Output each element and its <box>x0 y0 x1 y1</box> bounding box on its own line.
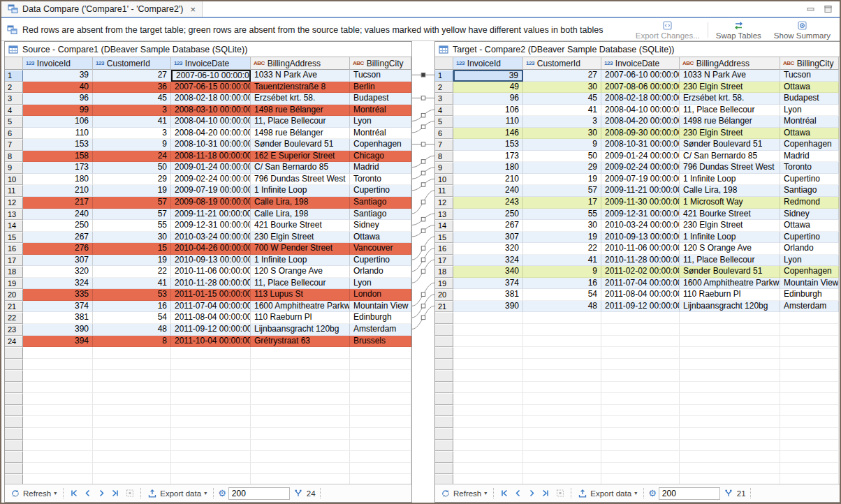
empty-cell[interactable] <box>601 393 680 405</box>
cell[interactable]: 2011-08-04 00:00:00 <box>601 289 680 301</box>
cell[interactable]: 276 <box>23 243 93 255</box>
row-header[interactable]: 3 <box>435 93 453 105</box>
previous-row-button[interactable] <box>512 488 524 498</box>
cell[interactable]: 50 <box>93 162 171 174</box>
cell[interactable]: 2010-11-28 00:00:00 <box>171 278 251 290</box>
cell[interactable]: Vancouver <box>350 243 411 255</box>
cell[interactable]: Sidney <box>350 220 411 232</box>
cell[interactable]: Lijnbaansgracht 120bg <box>251 324 350 336</box>
empty-cell[interactable] <box>523 312 601 324</box>
empty-cell[interactable] <box>453 463 523 475</box>
cell[interactable]: 340 <box>453 266 523 278</box>
cell[interactable]: 120 S Orange Ave <box>251 266 350 278</box>
cell[interactable]: 113 Lupus St <box>251 289 350 301</box>
cell[interactable]: Montréal <box>350 105 411 117</box>
empty-row-header[interactable] <box>5 405 23 417</box>
cell[interactable]: 1033 N Park Ave <box>251 70 350 82</box>
cell[interactable]: Madrid <box>780 151 839 163</box>
empty-cell[interactable] <box>601 336 680 348</box>
row-header-corner[interactable] <box>5 57 23 70</box>
cell[interactable]: 2007-06-10 00:00:00 <box>171 70 251 82</box>
row-header-corner[interactable] <box>435 57 453 70</box>
empty-cell[interactable] <box>93 474 171 484</box>
empty-row-header[interactable] <box>5 474 23 484</box>
export-data-button[interactable]: Export data ▾ <box>145 487 209 500</box>
cell[interactable]: 55 <box>523 209 601 221</box>
cell[interactable]: 2008-10-31 00:00:00 <box>171 139 251 151</box>
cell[interactable]: Calle Lira, 198 <box>680 185 780 197</box>
empty-cell[interactable] <box>523 347 601 359</box>
empty-cell[interactable] <box>453 428 523 440</box>
empty-cell[interactable] <box>601 463 680 475</box>
cell[interactable]: 53 <box>93 289 171 301</box>
row-header[interactable]: 19 <box>435 278 453 290</box>
empty-cell[interactable] <box>23 451 93 463</box>
cell[interactable]: 106 <box>453 105 523 117</box>
cell[interactable]: 243 <box>453 197 523 209</box>
cell[interactable]: 324 <box>453 255 523 267</box>
cell[interactable]: 2009-07-19 00:00:00 <box>171 185 251 197</box>
cell[interactable]: 27 <box>93 70 171 82</box>
row-header[interactable]: 7 <box>5 139 23 151</box>
empty-cell[interactable] <box>453 474 523 484</box>
cell[interactable]: 55 <box>93 220 171 232</box>
empty-cell[interactable] <box>523 324 601 336</box>
cell[interactable]: Cupertino <box>350 185 411 197</box>
cell[interactable]: 2009-07-19 00:00:00 <box>601 174 680 186</box>
cell[interactable]: Lyon <box>350 278 411 290</box>
cell[interactable]: 110 Raeburn Pl <box>680 289 780 301</box>
row-header[interactable]: 17 <box>435 255 453 267</box>
row-header[interactable]: 15 <box>5 232 23 244</box>
cell[interactable]: 320 <box>453 243 523 255</box>
empty-cell[interactable] <box>93 463 171 475</box>
cell[interactable]: 210 <box>453 174 523 186</box>
cell[interactable]: 41 <box>93 116 171 128</box>
cell[interactable]: Orlando <box>350 266 411 278</box>
empty-row-header[interactable] <box>435 312 453 324</box>
empty-cell[interactable] <box>780 463 839 475</box>
cell[interactable]: 2009-02-24 00:00:00 <box>171 174 251 186</box>
empty-cell[interactable] <box>350 393 411 405</box>
empty-cell[interactable] <box>453 405 523 417</box>
cell[interactable]: Amsterdam <box>350 324 411 336</box>
empty-cell[interactable] <box>453 393 523 405</box>
cell[interactable]: 158 <box>23 151 93 163</box>
cell[interactable]: 2008-02-18 00:00:00 <box>171 93 251 105</box>
tab-data-compare[interactable]: Data Compare ('Compare1' - 'Compare2') × <box>1 1 203 17</box>
empty-cell[interactable] <box>523 405 601 417</box>
empty-row-header[interactable] <box>5 347 23 359</box>
cell[interactable]: 2011-07-04 00:00:00 <box>601 278 680 290</box>
cell[interactable]: 39 <box>23 70 93 82</box>
cell[interactable]: 2008-10-31 00:00:00 <box>601 139 680 151</box>
empty-row-header[interactable] <box>435 370 453 382</box>
row-header[interactable]: 14 <box>5 220 23 232</box>
empty-cell[interactable] <box>780 405 839 417</box>
empty-cell[interactable] <box>453 312 523 324</box>
cell[interactable]: 22 <box>93 266 171 278</box>
cell[interactable]: Brussels <box>350 336 411 348</box>
empty-row-header[interactable] <box>5 382 23 394</box>
cell[interactable]: 335 <box>23 289 93 301</box>
row-header[interactable]: 20 <box>435 289 453 301</box>
cell[interactable]: 1 Infinite Loop <box>251 255 350 267</box>
empty-cell[interactable] <box>523 370 601 382</box>
fetch-size-input[interactable] <box>659 487 720 500</box>
empty-cell[interactable] <box>23 393 93 405</box>
first-row-button[interactable] <box>498 488 510 498</box>
cell[interactable]: 110 Raeburn Pl <box>251 312 350 324</box>
empty-cell[interactable] <box>680 440 780 452</box>
cell[interactable]: Tucson <box>350 70 411 82</box>
row-header[interactable]: 17 <box>5 255 23 267</box>
cell[interactable]: Budapest <box>350 93 411 105</box>
cell[interactable]: 30 <box>93 232 171 244</box>
row-header[interactable]: 22 <box>5 312 23 324</box>
empty-cell[interactable] <box>523 463 601 475</box>
row-header[interactable]: 18 <box>5 266 23 278</box>
cell[interactable]: 2011-10-04 00:00:00 <box>171 336 251 348</box>
cell[interactable]: 110 <box>23 128 93 140</box>
row-header[interactable]: 21 <box>435 301 453 313</box>
empty-cell[interactable] <box>251 463 350 475</box>
cell[interactable]: 2011-09-12 00:00:00 <box>601 301 680 313</box>
cell[interactable]: 394 <box>23 336 93 348</box>
cell[interactable]: 307 <box>453 232 523 244</box>
